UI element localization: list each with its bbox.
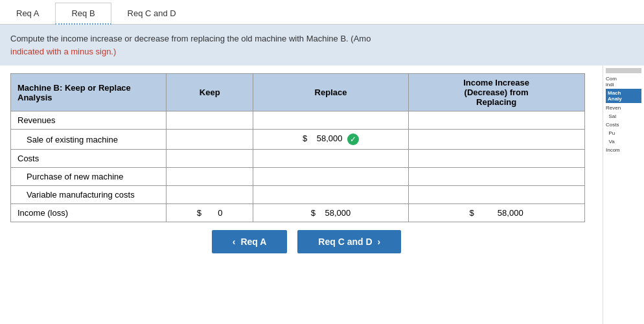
row-income-sale[interactable]: [408, 130, 584, 150]
side-panel-row: Reven: [606, 104, 641, 111]
row-replace-sale[interactable]: $ 58,000 ✓: [253, 130, 408, 150]
next-icon: ›: [378, 237, 381, 247]
row-label-sale: Sale of existing machine: [11, 130, 167, 150]
row-keep-total[interactable]: $ 0: [167, 204, 253, 222]
table-row: Purchase of new machine: [11, 168, 585, 186]
side-panel-gray-bar: [606, 68, 641, 73]
main-content: Machine B: Keep or ReplaceAnalysis Keep …: [0, 65, 644, 324]
tab-req-b[interactable]: Req B: [55, 3, 111, 25]
side-panel-row: Pu: [606, 130, 641, 137]
instruction-red: indicated with a minus sign.): [10, 47, 116, 56]
next-button[interactable]: Req C and D ›: [297, 230, 401, 253]
tab-req-a[interactable]: Req A: [0, 3, 55, 24]
row-label-revenues: Revenues: [11, 111, 167, 130]
row-replace-revenues[interactable]: [253, 111, 408, 130]
row-income-revenues[interactable]: [408, 111, 584, 130]
row-replace-purchase[interactable]: [253, 168, 408, 186]
tab-req-c-d[interactable]: Req C and D: [111, 3, 192, 24]
row-label-income-loss: Income (loss): [11, 204, 167, 222]
replace-currency: $: [311, 208, 316, 218]
side-panel: Comindi MachAnaly Reven Sal Costs Pu Va …: [603, 65, 644, 324]
currency-symbol: $: [303, 133, 307, 143]
row-label-costs: Costs: [11, 150, 167, 168]
side-panel-row: Costs: [606, 121, 641, 128]
row-keep-sale[interactable]: [167, 130, 253, 150]
table-row: Revenues: [11, 111, 585, 130]
row-income-costs[interactable]: [408, 150, 584, 168]
row-keep-costs[interactable]: [167, 150, 253, 168]
analysis-table: Machine B: Keep or ReplaceAnalysis Keep …: [10, 73, 585, 222]
prev-button[interactable]: ‹ Req A: [212, 230, 288, 253]
row-replace-costs[interactable]: [253, 150, 408, 168]
row-replace-total[interactable]: $ 58,000: [253, 204, 408, 222]
col-header-analysis: Machine B: Keep or ReplaceAnalysis: [11, 74, 167, 111]
table-row: Costs: [11, 150, 585, 168]
row-replace-variable[interactable]: [253, 186, 408, 204]
row-income-purchase[interactable]: [408, 168, 584, 186]
prev-label: Req A: [240, 237, 266, 247]
next-label: Req C and D: [318, 237, 372, 247]
col-header-income: Income Increase(Decrease) fromReplacing: [408, 74, 584, 111]
side-panel-row: Va: [606, 138, 641, 145]
table-row: Sale of existing machine $ 58,000 ✓: [11, 130, 585, 150]
prev-icon: ‹: [233, 237, 236, 247]
income-currency: $: [470, 208, 474, 218]
keep-currency: $: [197, 208, 201, 218]
side-panel-blue: MachAnaly: [606, 89, 641, 103]
tabs-bar: Req A Req B Req C and D: [0, 0, 644, 25]
side-panel-row: Incom: [606, 146, 641, 154]
instruction-main: Compute the income increase or decrease …: [10, 34, 371, 43]
table-row: Variable manufacturing costs: [11, 186, 585, 204]
row-keep-purchase[interactable]: [167, 168, 253, 186]
row-keep-variable[interactable]: [167, 186, 253, 204]
row-label-purchase: Purchase of new machine: [11, 168, 167, 186]
side-panel-title: Comindi: [606, 76, 641, 87]
instruction-banner: Compute the income increase or decrease …: [0, 25, 644, 65]
col-header-keep: Keep: [167, 74, 253, 111]
side-panel-row: Sal: [606, 113, 641, 120]
table-area: Machine B: Keep or ReplaceAnalysis Keep …: [0, 65, 603, 324]
col-header-replace: Replace: [253, 74, 408, 111]
row-keep-revenues[interactable]: [167, 111, 253, 130]
check-icon: ✓: [347, 133, 359, 145]
row-income-total[interactable]: $ 58,000: [408, 204, 584, 222]
bottom-nav: ‹ Req A Req C and D ›: [10, 222, 603, 261]
row-label-variable: Variable manufacturing costs: [11, 186, 167, 204]
row-income-variable[interactable]: [408, 186, 584, 204]
table-row-total: Income (loss) $ 0 $ 58,000 $ 58,000: [11, 204, 585, 222]
